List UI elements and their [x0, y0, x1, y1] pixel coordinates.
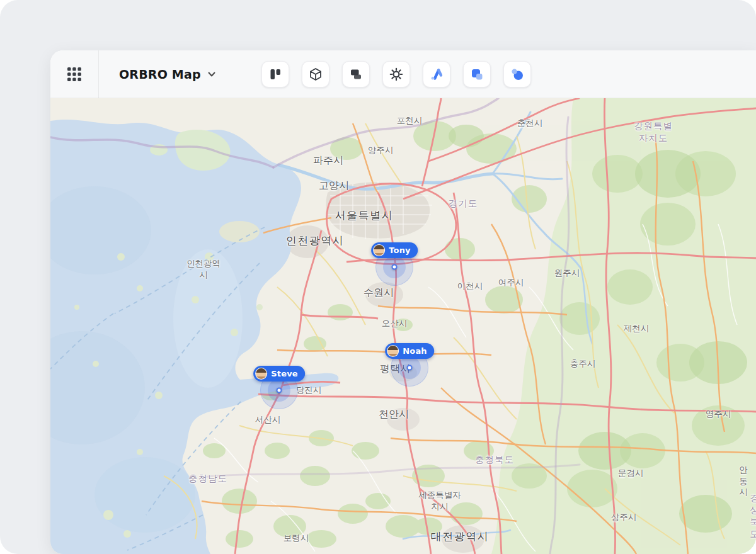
marker-name: Tony [389, 246, 411, 255]
marker-pill[interactable]: Steve [253, 366, 305, 382]
screen: ORBRO Map [0, 0, 756, 554]
cube-button[interactable] [302, 61, 329, 88]
settings-button[interactable] [382, 61, 410, 88]
marker-dot [392, 264, 398, 270]
gear-icon [389, 67, 404, 82]
map-title-dropdown[interactable]: ORBRO Map [99, 67, 232, 81]
marker-pill[interactable]: Noah [385, 343, 434, 359]
map[interactable]: 포천시춘천시강원특별 자치도양주시파주시고양시경기도서울특별시인천광역시인천광역… [50, 98, 756, 554]
app-grid-icon [66, 65, 83, 83]
map-canvas [50, 98, 756, 554]
shapes-circle-button[interactable] [503, 61, 531, 88]
shape-square-icon [469, 67, 484, 82]
avatar [387, 345, 399, 357]
page-title: ORBRO Map [119, 67, 201, 81]
panels-button[interactable] [261, 61, 289, 88]
avatar [373, 244, 385, 256]
toolbar-buttons [261, 61, 531, 88]
avatar [255, 368, 267, 380]
toolbar: ORBRO Map [50, 50, 756, 98]
cards-button[interactable] [342, 61, 370, 88]
ads-button[interactable] [423, 61, 450, 88]
cube-icon [308, 67, 323, 82]
shapes-square-button[interactable] [463, 61, 491, 88]
app-grid-button[interactable] [50, 50, 99, 98]
panels-icon [268, 67, 283, 82]
ads-icon [429, 67, 444, 82]
marker-name: Noah [403, 346, 427, 356]
chevron-down-icon [207, 71, 216, 78]
cards-icon [348, 67, 364, 82]
marker-pill[interactable]: Tony [371, 242, 418, 258]
marker-name: Steve [271, 369, 298, 378]
marker-dot [277, 388, 282, 393]
marker-dot [407, 365, 413, 371]
orbro-map-window: ORBRO Map [50, 50, 756, 554]
shape-circle-icon [510, 67, 525, 82]
